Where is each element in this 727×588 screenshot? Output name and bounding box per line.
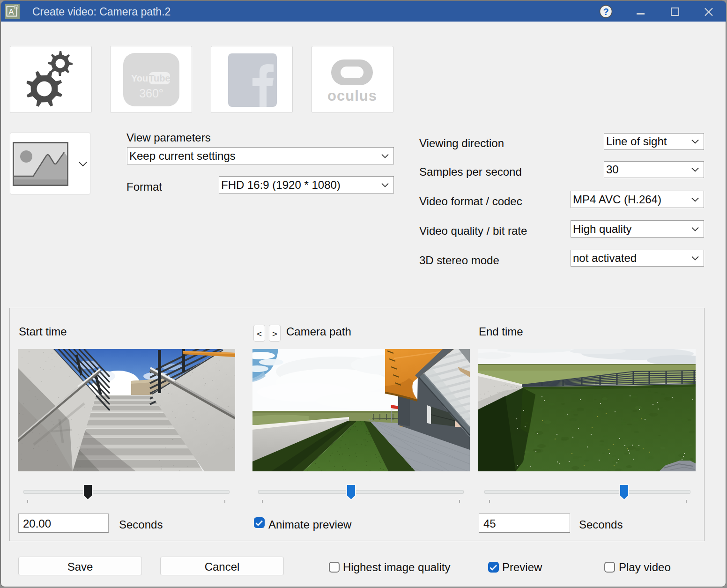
svg-text:Tube: Tube <box>148 73 170 83</box>
svg-text:?: ? <box>603 7 608 17</box>
svg-text:oculus: oculus <box>327 88 377 104</box>
svg-text:You: You <box>131 73 148 83</box>
svg-text:360°: 360° <box>139 87 163 100</box>
svg-text:A: A <box>8 7 14 16</box>
